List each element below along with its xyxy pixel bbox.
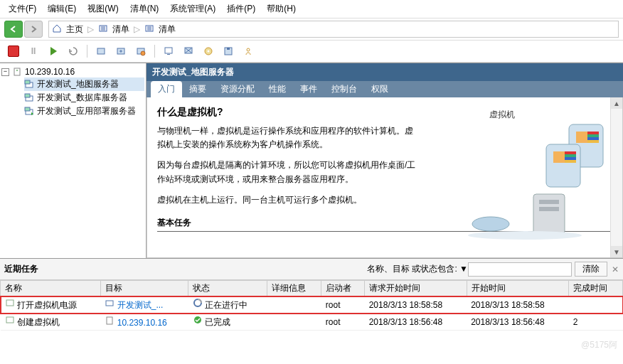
cell-target[interactable]: 开发测试_... <box>117 300 164 310</box>
tree-vm2[interactable]: 开发测试_数据库服务器 <box>24 91 144 105</box>
svg-rect-12 <box>227 48 230 50</box>
tree-vm1-label: 开发测试_地图服务器 <box>37 78 119 90</box>
col-status[interactable]: 状态 <box>188 281 267 296</box>
snapshot-manage-button[interactable] <box>132 43 150 60</box>
col-reqtime[interactable]: 请求开始时间 <box>365 281 467 296</box>
filter-label: 名称、目标 或状态包含: ▼ <box>367 263 468 275</box>
svg-rect-39 <box>6 300 14 306</box>
panel-para3: 虚拟机在主机上运行。同一台主机可运行多个虚拟机。 <box>157 193 420 207</box>
cell-name: 打开虚拟机电源 <box>17 300 77 310</box>
vm-icon <box>24 93 34 103</box>
inventory-tree: − 10.239.10.16 开发测试_地图服务器 开发测试_数据库服务器 开发… <box>0 63 147 258</box>
menu-help[interactable]: 帮助(H) <box>261 1 302 16</box>
basic-tasks-heading: 基本任务 <box>157 217 612 232</box>
tab-resource[interactable]: 资源分配 <box>213 81 262 97</box>
crumb-inv1[interactable]: 清单 <box>112 23 129 36</box>
panel-heading: 什么是虚拟机? <box>157 106 612 119</box>
tab-console[interactable]: 控制台 <box>324 81 364 97</box>
svg-point-15 <box>16 70 18 71</box>
tree-vm2-label: 开发测试_数据库服务器 <box>37 92 127 104</box>
panel-scrollbar[interactable]: ▲ ▼ <box>610 97 622 257</box>
svg-rect-33 <box>565 160 576 163</box>
tab-performance[interactable]: 性能 <box>262 81 293 97</box>
console-button[interactable] <box>179 43 198 60</box>
svg-rect-6 <box>165 48 172 53</box>
menu-view[interactable]: 视图(W) <box>82 1 124 16</box>
snapshot-revert-button[interactable] <box>112 43 130 60</box>
cd-button[interactable] <box>199 43 218 60</box>
col-detail[interactable]: 详细信息 <box>267 281 321 296</box>
table-header-row: 名称 目标 状态 详细信息 启动者 请求开始时间 开始时间 完成时间 <box>1 281 623 296</box>
svg-rect-17 <box>25 80 30 84</box>
crumb-sep-icon: ▷ <box>134 24 140 34</box>
col-starttime[interactable]: 开始时间 <box>467 281 568 296</box>
svg-rect-32 <box>565 157 576 160</box>
vm-settings-button[interactable] <box>159 43 178 60</box>
table-row[interactable]: 打开虚拟机电源 开发测试_... 正在进行中 root 2018/3/13 18… <box>1 296 623 314</box>
svg-rect-28 <box>546 144 580 187</box>
network-button[interactable] <box>239 43 257 60</box>
table-row[interactable]: 创建虚拟机 10.239.10.16 已完成 root 2018/3/13 18… <box>1 314 623 331</box>
task-icon <box>5 298 15 308</box>
scroll-up-icon[interactable]: ▲ <box>611 97 622 109</box>
menu-file[interactable]: 文件(F) <box>3 1 42 16</box>
svg-rect-23 <box>576 132 587 143</box>
tree-vm1[interactable]: 开发测试_地图服务器 <box>24 77 144 91</box>
menu-edit[interactable]: 编辑(E) <box>42 1 82 16</box>
svg-point-5 <box>141 51 145 55</box>
floppy-button[interactable] <box>219 43 238 60</box>
col-target[interactable]: 目标 <box>100 281 188 296</box>
cell-target[interactable]: 10.239.10.16 <box>117 318 167 328</box>
forward-button[interactable] <box>24 21 43 38</box>
menu-plugin[interactable]: 插件(P) <box>221 1 261 16</box>
cell-detail <box>267 314 321 331</box>
svg-rect-43 <box>107 317 112 324</box>
svg-rect-31 <box>565 154 576 157</box>
svg-rect-36 <box>539 207 559 211</box>
task-icon <box>5 315 15 325</box>
cell-starttime: 2018/3/13 18:58:58 <box>467 296 568 314</box>
cell-status: 正在进行中 <box>205 300 247 310</box>
col-initiator[interactable]: 启动者 <box>321 281 365 296</box>
success-icon <box>193 315 203 325</box>
cell-initiator: root <box>321 296 365 314</box>
tab-summary[interactable]: 摘要 <box>182 81 213 97</box>
col-endtime[interactable]: 完成时间 <box>569 281 623 296</box>
close-tasks-icon[interactable]: ✕ <box>612 264 619 274</box>
svg-point-13 <box>247 48 250 51</box>
stop-button[interactable] <box>4 43 23 60</box>
pause-button[interactable]: II <box>24 43 43 60</box>
col-name[interactable]: 名称 <box>1 281 101 296</box>
menubar: 文件(F) 编辑(E) 视图(W) 清单(N) 系统管理(A) 插件(P) 帮助… <box>0 0 623 18</box>
tree-vm3[interactable]: 开发测试_应用部署服务器 <box>24 105 144 118</box>
snapshot-take-button[interactable] <box>92 43 110 60</box>
progress-icon <box>193 298 203 308</box>
inventory-icon <box>144 23 154 36</box>
svg-rect-27 <box>587 140 599 143</box>
tab-permissions[interactable]: 权限 <box>364 81 395 97</box>
cell-reqtime: 2018/3/13 18:56:48 <box>365 314 467 331</box>
home-icon[interactable] <box>52 23 62 36</box>
scroll-down-icon[interactable]: ▼ <box>611 246 622 257</box>
detail-pane: 开发测试_地图服务器 入门 摘要 资源分配 性能 事件 控制台 权限 什么是虚拟… <box>147 63 623 258</box>
panel-para1: 与物理机一样，虚拟机是运行操作系统和应用程序的软件计算机。虚拟机上安装的操作系统… <box>157 124 420 151</box>
play-button[interactable] <box>44 43 63 60</box>
menu-inventory[interactable]: 清单(N) <box>124 1 165 16</box>
collapse-icon[interactable]: − <box>1 68 9 76</box>
back-button[interactable] <box>4 21 23 38</box>
vm-icon <box>24 80 34 90</box>
clear-button[interactable]: 清除 <box>575 262 607 277</box>
tab-events[interactable]: 事件 <box>293 81 324 97</box>
tree-root[interactable]: − 10.239.10.16 <box>1 66 144 77</box>
svg-rect-40 <box>106 301 113 306</box>
action-toolbar: II <box>0 41 623 63</box>
cell-initiator: root <box>321 314 365 331</box>
reset-button[interactable] <box>64 43 82 60</box>
svg-rect-2 <box>97 48 105 54</box>
tab-getting-started[interactable]: 入门 <box>151 81 182 97</box>
crumb-inv2[interactable]: 清单 <box>159 23 176 36</box>
filter-input[interactable] <box>468 262 572 277</box>
crumb-home[interactable]: 主页 <box>66 23 83 36</box>
menu-admin[interactable]: 系统管理(A) <box>164 1 221 16</box>
cell-reqtime: 2018/3/13 18:58:58 <box>365 296 467 314</box>
